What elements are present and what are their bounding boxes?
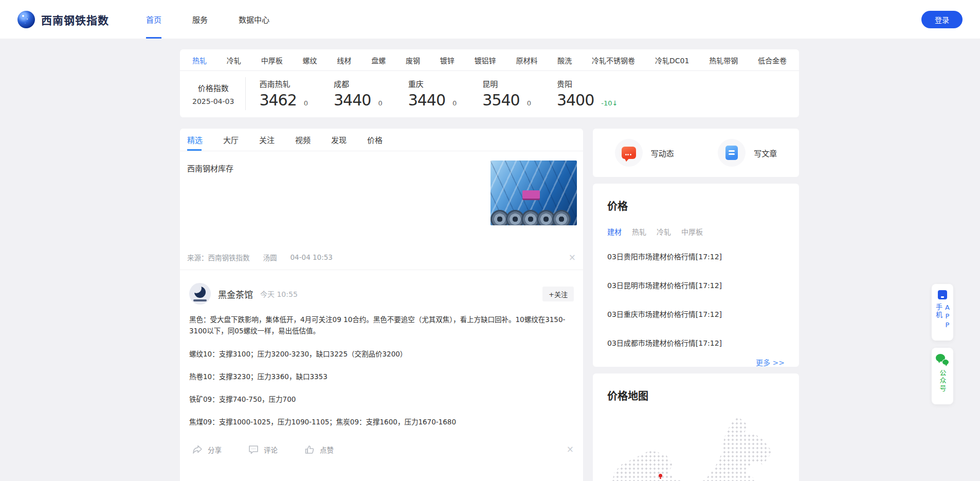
write-moment-button[interactable]: 写动态 xyxy=(593,139,696,167)
china-map-dots xyxy=(607,413,785,481)
article-thumbnail[interactable] xyxy=(491,161,577,225)
quote-value: 3540 xyxy=(482,91,519,109)
share-button[interactable]: 分享 xyxy=(192,444,222,455)
post-item: 黑金茶馆 今天 10:55 +关注 黑色：受大盘下跌影响，集体低开，4月可关注0… xyxy=(180,274,583,463)
category-tab-galvanized[interactable]: 镀锌 xyxy=(440,55,455,65)
follow-button[interactable]: +关注 xyxy=(542,287,574,301)
category-tab-hot-rolled[interactable]: 热轧 xyxy=(192,55,207,65)
quote-value: 3440 xyxy=(408,91,445,109)
post-body: 黑色：受大盘下跌影响，集体低开，4月可关注09 10合约。黑色不要追空（尤其双焦… xyxy=(189,314,576,428)
quote-kunming[interactable]: 昆明 3540 0 xyxy=(482,78,531,109)
price-card: 价格 建材 热轧 冷轧 中厚板 03日贵阳市场建材价格行情[17:12] 03日… xyxy=(593,184,799,367)
category-tab-plate[interactable]: 中厚板 xyxy=(261,55,283,65)
category-tab-wire[interactable]: 线材 xyxy=(337,55,351,65)
brand-logo-icon xyxy=(17,11,35,28)
post-paragraph: 黑色：受大盘下跌影响，集体低开，4月可关注09 10合约。黑色不要追空（尤其双焦… xyxy=(189,314,566,337)
quotes-strip: 西南热轧 3462 0 成都 3440 0 重庆 3440 0 xyxy=(259,78,618,109)
post-paragraph: 铁矿09：支撑740-750，压力700 xyxy=(189,394,566,405)
nav-item-home[interactable]: 首页 xyxy=(131,0,177,39)
comment-label: 评论 xyxy=(264,444,278,455)
article-time: 04-04 10:53 xyxy=(291,253,333,261)
login-button[interactable]: 登录 xyxy=(921,11,963,28)
price-tab-construction[interactable]: 建材 xyxy=(607,226,622,237)
category-tab-raw-materials[interactable]: 原材料 xyxy=(516,55,537,65)
quote-chengdu[interactable]: 成都 3440 0 xyxy=(334,78,383,109)
feed-card: 精选 大厅 关注 视频 发现 价格 西南钢材库存 来源：西南钢铁指数 汤圆 04… xyxy=(180,129,583,481)
post-time: 今天 10:55 xyxy=(260,289,298,299)
feed-tab-discover[interactable]: 发现 xyxy=(331,129,347,151)
nav-item-data-center[interactable]: 数据中心 xyxy=(223,0,285,39)
price-map-card: 价格地图 xyxy=(593,373,799,481)
price-tab-plate[interactable]: 中厚板 xyxy=(681,226,703,237)
write-article-button[interactable]: 写文章 xyxy=(696,139,800,167)
quote-value: 3440 xyxy=(334,91,371,109)
quote-change: 0 xyxy=(527,99,531,107)
map-marker-icon[interactable] xyxy=(659,474,662,477)
article-author: 汤圆 xyxy=(263,252,277,262)
price-tab-hot-rolled[interactable]: 热轧 xyxy=(632,226,646,237)
category-tab-low-alloy[interactable]: 低合金卷 xyxy=(758,55,787,65)
price-news-item-kunming[interactable]: 03日昆明市场建材价格行情[17:12] xyxy=(607,274,785,296)
feed-tab-following[interactable]: 关注 xyxy=(259,129,275,151)
price-index-caption: 价格指数 xyxy=(192,82,234,93)
price-index-date: 2025-04-03 xyxy=(192,97,234,105)
article-source: 来源：西南钢铁指数 xyxy=(187,252,250,262)
post-paragraph: 热卷10：支撑3230；压力3360，缺口3353 xyxy=(189,371,566,382)
category-tab-stainless-coil[interactable]: 冷轧不锈钢卷 xyxy=(592,55,635,65)
article-close-icon[interactable]: × xyxy=(569,253,576,262)
price-index-row: 价格指数 2025-04-03 西南热轧 3462 0 成都 3440 0 重庆 xyxy=(180,71,799,116)
wechat-label: 公众号 xyxy=(938,369,948,393)
price-more-link[interactable]: 更多 >> xyxy=(607,357,785,367)
price-news-item-chengdu[interactable]: 03日成都市场建材价格行情[17:12] xyxy=(607,331,785,354)
like-label: 点赞 xyxy=(320,444,334,455)
post-paragraph: 焦煤09：支撑1000-1025，压力1090-1105；焦炭09：支撑1600… xyxy=(189,416,566,427)
post-close-icon[interactable]: × xyxy=(567,445,574,454)
feed-tab-video[interactable]: 视频 xyxy=(295,129,311,151)
wechat-widget[interactable]: 公众号 xyxy=(932,348,953,404)
article-item[interactable]: 西南钢材库存 来源：西南钢铁指数 汤圆 04-04 10:53 × xyxy=(180,151,583,270)
quote-southwest-hot-rolled[interactable]: 西南热轧 3462 0 xyxy=(259,78,308,109)
like-button[interactable]: 点赞 xyxy=(304,444,334,455)
feed-tab-featured[interactable]: 精选 xyxy=(187,129,203,151)
category-tab-scrap[interactable]: 废钢 xyxy=(406,55,420,65)
quote-name: 昆明 xyxy=(482,78,531,89)
comment-button[interactable]: 评论 xyxy=(248,444,278,455)
price-news-item-guiyang[interactable]: 03日贵阳市场建材价格行情[17:12] xyxy=(607,245,785,268)
china-dot-map[interactable] xyxy=(607,413,785,481)
brand-title: 西南钢铁指数 xyxy=(41,12,109,27)
quote-name: 西南热轧 xyxy=(259,78,308,89)
post-actions: 分享 评论 点赞 × xyxy=(189,439,576,463)
quote-change-down: -10↓ xyxy=(601,99,618,107)
compose-card: 写动态 写文章 xyxy=(593,129,799,177)
comment-icon xyxy=(248,445,259,454)
category-tab-coil-rebar[interactable]: 盘螺 xyxy=(371,55,386,65)
price-tab-cold-rolled[interactable]: 冷轧 xyxy=(657,226,671,237)
phone-icon xyxy=(938,290,947,299)
post-paragraph: 螺纹10：支撑3100；压力3200-3230，缺口3225（交割品价3200） xyxy=(189,348,566,360)
quote-guiyang[interactable]: 贵阳 3400 -10↓ xyxy=(557,78,618,109)
nav-item-services[interactable]: 服务 xyxy=(177,0,223,39)
feed-tab-hall[interactable]: 大厅 xyxy=(223,129,239,151)
wechat-icon xyxy=(936,354,949,365)
category-tab-cold-rolled[interactable]: 冷轧 xyxy=(227,55,241,65)
quote-change: 0 xyxy=(452,99,457,107)
price-news-item-chongqing[interactable]: 03日重庆市场建材价格行情[17:12] xyxy=(607,302,785,325)
price-card-tabs: 建材 热轧 冷轧 中厚板 xyxy=(607,226,785,237)
avatar[interactable] xyxy=(189,283,211,305)
write-article-label: 写文章 xyxy=(754,148,777,158)
category-tab-dc01[interactable]: 冷轧DC01 xyxy=(655,55,689,65)
quote-chongqing[interactable]: 重庆 3440 0 xyxy=(408,78,457,109)
feed-tab-price[interactable]: 价格 xyxy=(367,129,383,151)
mobile-app-widget[interactable]: 手机APP xyxy=(932,284,953,341)
category-tab-galvalume[interactable]: 镀铝锌 xyxy=(475,55,496,65)
post-author[interactable]: 黑金茶馆 xyxy=(218,288,253,300)
price-news-list: 03日贵阳市场建材价格行情[17:12] 03日昆明市场建材价格行情[17:12… xyxy=(607,245,785,354)
category-tab-strip[interactable]: 热轧带钢 xyxy=(709,55,738,65)
category-tab-pickled[interactable]: 酸洗 xyxy=(557,55,572,65)
write-moment-label: 写动态 xyxy=(651,148,674,158)
category-tab-rebar[interactable]: 螺纹 xyxy=(302,55,317,65)
write-article-icon xyxy=(725,146,738,160)
quote-name: 重庆 xyxy=(408,78,457,89)
quote-value: 3400 xyxy=(557,91,594,109)
quote-change: 0 xyxy=(378,99,382,107)
